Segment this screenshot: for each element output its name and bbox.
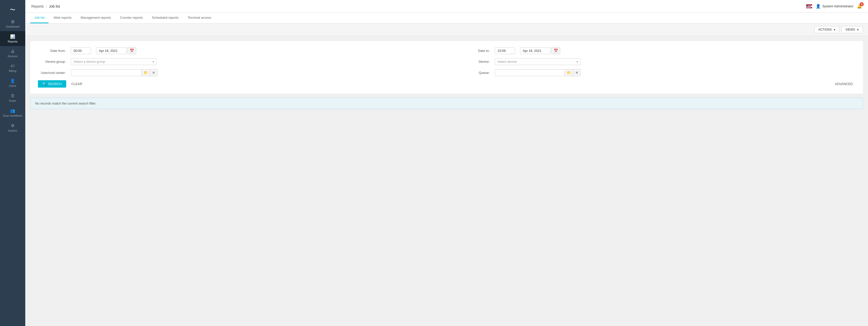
rules-icon: ☰ xyxy=(11,93,14,98)
user-avatar-icon: 👤 xyxy=(816,4,821,9)
sidebar-item-users[interactable]: 👤 Users xyxy=(0,76,25,90)
sidebar-logo: 〜 xyxy=(0,3,25,16)
sidebar-item-devices[interactable]: 🖨 Devices xyxy=(0,46,25,61)
scan-workflows-icon: 👥 xyxy=(10,108,15,113)
date-to-calendar-button[interactable]: 📅 xyxy=(551,47,560,54)
sidebar-item-label: Rules xyxy=(9,99,16,102)
search-button[interactable]: 🔍 SEARCH xyxy=(38,80,66,88)
devices-icon: 🖨 xyxy=(10,49,14,54)
filter-panel: Date from: 📅 Date to: 📅 xyxy=(30,41,863,94)
reports-icon: 📊 xyxy=(10,34,15,39)
sidebar-item-reports[interactable]: 📊 Reports xyxy=(0,31,25,46)
buttons-left: 🔍 SEARCH CLEAR xyxy=(38,80,85,88)
search-icon: 🔍 xyxy=(42,82,46,86)
user-cost-col: User/cost center: 📁 ✕ xyxy=(38,69,442,76)
queue-clear-button[interactable]: ✕ xyxy=(574,69,581,76)
device-group-label: Device group: xyxy=(38,60,66,63)
billing-icon: 🏷 xyxy=(10,64,14,68)
date-from-date-input[interactable] xyxy=(96,47,126,54)
date-to-label: Date to: xyxy=(462,49,490,53)
date-to-col: Date to: 📅 xyxy=(452,47,856,54)
actions-button[interactable]: ACTIONS ▼ xyxy=(814,26,839,33)
sidebar-item-rules[interactable]: ☰ Rules xyxy=(0,90,25,105)
sidebar-item-label: Devices xyxy=(7,55,18,58)
toolbar: ACTIONS ▼ VIEWS ▼ xyxy=(25,24,868,36)
device-col: Device: Select device ▼ xyxy=(452,58,856,65)
device-group-col: Device group: Select a device group ▼ xyxy=(38,58,442,65)
tab-web-reports[interactable]: Web reports xyxy=(50,13,75,23)
date-to-time-input[interactable] xyxy=(495,47,515,54)
actions-dropdown-arrow: ▼ xyxy=(833,28,836,31)
date-from-col: Date from: 📅 xyxy=(38,47,442,54)
main-content: Reports › Job list 🇺🇸 👤 System Administr… xyxy=(25,0,868,326)
date-from-time-input[interactable] xyxy=(71,47,91,54)
breadcrumb: Reports › Job list xyxy=(31,4,60,8)
device-select-wrap: Select device ▼ xyxy=(495,58,581,65)
header-right: 🇺🇸 👤 System Administrator 🔔 9 xyxy=(806,4,862,9)
sidebar-item-label: System xyxy=(8,129,18,132)
notification-badge: 9 xyxy=(860,2,864,6)
device-group-select[interactable]: Select a device group xyxy=(71,58,157,65)
user-cost-center-wrap: 📁 ✕ xyxy=(71,69,157,76)
date-to-date-wrap: 📅 xyxy=(520,47,560,54)
device-group-select-wrap: Select a device group ▼ xyxy=(71,58,157,65)
views-dropdown-arrow: ▼ xyxy=(857,28,859,31)
user-cost-center-label: User/cost center: xyxy=(38,71,66,75)
tab-scheduled-reports[interactable]: Scheduled reports xyxy=(148,13,183,23)
dashboard-icon: ⊞ xyxy=(11,19,14,24)
date-from-calendar-button[interactable]: 📅 xyxy=(127,47,136,54)
tab-terminal-access[interactable]: Terminal access xyxy=(184,13,215,23)
device-label: Device: xyxy=(462,60,490,63)
system-icon: ⚙ xyxy=(11,123,14,128)
date-from-date-wrap: 📅 xyxy=(96,47,136,54)
flag-icon[interactable]: 🇺🇸 xyxy=(806,4,812,8)
sidebar-item-dashboard[interactable]: ⊞ Dashboard xyxy=(0,16,25,31)
sidebar-item-label: Billing xyxy=(9,70,16,72)
tab-management-reports[interactable]: Management reports xyxy=(76,13,115,23)
queue-browse-button[interactable]: 📁 xyxy=(565,69,574,76)
no-records-message: No records match the current search filt… xyxy=(30,98,863,109)
sidebar-item-billing[interactable]: 🏷 Billing xyxy=(0,61,25,76)
user-name: System Administrator xyxy=(822,4,854,8)
device-select[interactable]: Select device xyxy=(495,58,581,65)
views-button[interactable]: VIEWS ▼ xyxy=(841,26,863,33)
sidebar: 〜 ⊞ Dashboard 📊 Reports 🖨 Devices 🏷 Bill… xyxy=(0,0,25,326)
tab-job-list[interactable]: Job list xyxy=(30,13,49,23)
breadcrumb-separator: › xyxy=(46,4,47,8)
queue-label: Queue: xyxy=(462,71,490,75)
clear-button[interactable]: CLEAR xyxy=(69,80,85,88)
sidebar-item-label: Users xyxy=(9,84,17,87)
user-cost-center-input[interactable] xyxy=(71,70,142,76)
buttons-row: 🔍 SEARCH CLEAR ADVANCED xyxy=(38,80,856,88)
sidebar-item-label: Scan workflows xyxy=(3,114,22,117)
advanced-button[interactable]: ADVANCED xyxy=(832,80,856,88)
user-cost-browse-button[interactable]: 📁 xyxy=(142,69,150,76)
sidebar-item-label: Dashboard xyxy=(6,25,20,28)
tab-counter-reports[interactable]: Counter reports xyxy=(116,13,147,23)
queue-col: Queue: 📁 ✕ xyxy=(452,69,856,76)
date-to-date-input[interactable] xyxy=(520,47,550,54)
user-cost-clear-button[interactable]: ✕ xyxy=(150,69,157,76)
sidebar-item-system[interactable]: ⚙ System xyxy=(0,120,25,135)
queue-wrap: 📁 ✕ xyxy=(495,69,581,76)
notification-bell[interactable]: 🔔 9 xyxy=(857,4,862,9)
user-info: 👤 System Administrator xyxy=(816,4,854,9)
sidebar-item-scan-workflows[interactable]: 👥 Scan workflows xyxy=(0,105,25,120)
breadcrumb-current: Job list xyxy=(49,4,60,8)
tabs-bar: Job list Web reports Management reports … xyxy=(25,13,868,24)
date-from-label: Date from: xyxy=(38,49,66,53)
users-icon: 👤 xyxy=(10,78,15,83)
sidebar-item-label: Reports xyxy=(8,40,18,43)
header: Reports › Job list 🇺🇸 👤 System Administr… xyxy=(25,0,868,13)
queue-input[interactable] xyxy=(495,70,565,76)
breadcrumb-reports[interactable]: Reports xyxy=(31,4,44,8)
content: Date from: 📅 Date to: 📅 xyxy=(25,36,868,326)
